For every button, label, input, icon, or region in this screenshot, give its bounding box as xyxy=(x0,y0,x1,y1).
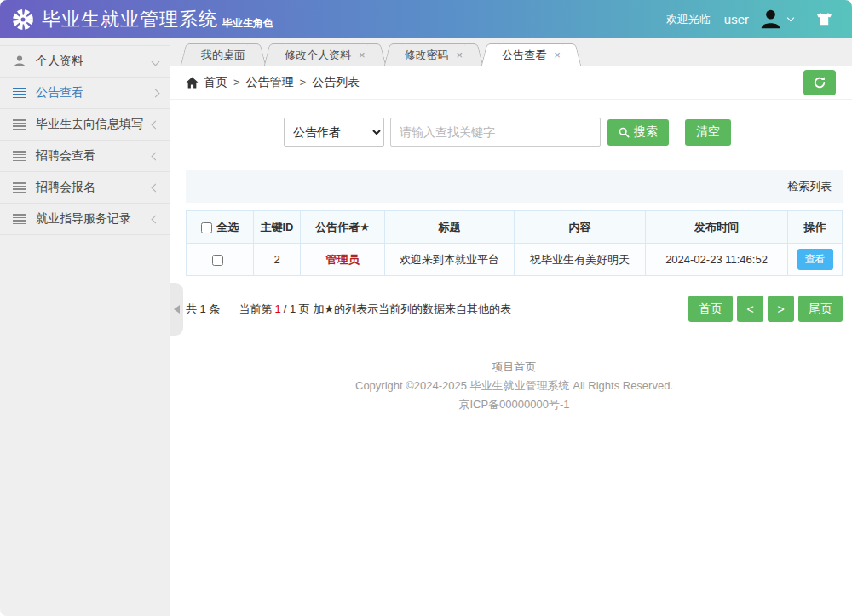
sidebar-item-label: 毕业生去向信息填写 xyxy=(36,117,153,132)
list-icon xyxy=(13,151,28,161)
search-input[interactable] xyxy=(390,118,601,147)
column-header-id: 主键ID xyxy=(254,211,301,244)
breadcrumb-current: 公告列表 xyxy=(312,75,360,90)
footer-copyright: Copyright ©2024-2025 毕业生就业管理系统 All Right… xyxy=(186,377,843,395)
breadcrumb: 首页 > 公告管理 > 公告列表 xyxy=(170,66,852,100)
close-icon[interactable]: × xyxy=(554,49,561,61)
main-panel: 我的桌面 修改个人资料× 修改密码× 公告查看× xyxy=(170,38,852,616)
user-icon xyxy=(13,55,28,68)
clear-button[interactable]: 清空 xyxy=(685,119,731,146)
current-page-prefix: 当前第 xyxy=(239,302,272,315)
breadcrumb-home[interactable]: 首页 xyxy=(204,75,227,90)
tshirt-icon[interactable] xyxy=(815,12,833,26)
home-icon xyxy=(186,77,199,89)
page-footer: 项目首页 Copyright ©2024-2025 毕业生就业管理系统 All … xyxy=(186,358,843,414)
announcement-table: 全选 主键ID 公告作者★ 标题 内容 发布时间 操作 xyxy=(186,210,843,276)
list-icon xyxy=(13,214,28,224)
table-row: 2 管理员 欢迎来到本就业平台 祝毕业生有美好明天 2024-02-23 11:… xyxy=(187,244,843,276)
tab-label: 修改密码 xyxy=(405,49,449,61)
last-page-button[interactable]: 尾页 xyxy=(798,296,843,322)
footer-icp: 京ICP备00000000号-1 xyxy=(186,395,843,414)
pagination-buttons: 首页 < > 尾页 xyxy=(688,296,843,322)
sidebar: 个人资料 公告查看 毕业生去向信息填写 招聘会查看 xyxy=(0,38,170,616)
collapse-left-icon xyxy=(174,305,180,314)
breadcrumb-section[interactable]: 公告管理 xyxy=(246,75,294,90)
view-button[interactable]: 查看 xyxy=(797,249,833,270)
gear-icon xyxy=(12,9,34,31)
content-area: 公告作者 搜索 清空 检索列表 xyxy=(170,100,852,414)
current-page-suffix: / 1 页 xyxy=(284,302,310,315)
column-header: 全选 xyxy=(216,221,239,233)
tab-edit-profile[interactable]: 修改个人资料× xyxy=(273,43,377,66)
app-window: 毕业生就业管理系统 毕业生角色 欢迎光临 user xyxy=(0,0,852,616)
prev-page-button[interactable]: < xyxy=(737,296,763,322)
sidebar-item-announcements[interactable]: 公告查看 xyxy=(0,78,170,109)
column-header-title: 标题 xyxy=(385,211,515,244)
list-icon xyxy=(13,88,28,98)
welcome-text: 欢迎光临 xyxy=(666,12,711,27)
select-all-checkbox[interactable] xyxy=(201,222,212,233)
total-count: 共 1 条 xyxy=(186,302,220,315)
breadcrumb-separator: > xyxy=(300,76,307,89)
sidebar-item-label: 个人资料 xyxy=(36,54,153,69)
sidebar-item-profile[interactable]: 个人资料 xyxy=(0,46,170,78)
sidebar-item-guidance-records[interactable]: 就业指导服务记录 xyxy=(0,204,170,235)
chevron-left-icon xyxy=(152,215,160,223)
brand: 毕业生就业管理系统 毕业生角色 xyxy=(12,7,273,32)
row-content: 祝毕业生有美好明天 xyxy=(515,244,646,276)
chevron-right-icon xyxy=(152,89,160,97)
row-author: 管理员 xyxy=(301,244,385,276)
search-icon xyxy=(619,127,630,138)
refresh-button[interactable] xyxy=(803,70,836,95)
search-button-label: 搜索 xyxy=(634,124,658,140)
refresh-icon xyxy=(813,76,826,89)
sidebar-item-label: 招聘会查看 xyxy=(36,148,153,164)
close-icon[interactable]: × xyxy=(457,49,463,61)
tab-bar: 我的桌面 修改个人资料× 修改密码× 公告查看× xyxy=(170,38,852,66)
list-icon xyxy=(13,182,28,193)
row-checkbox[interactable] xyxy=(212,255,223,266)
footer-home-link[interactable]: 项目首页 xyxy=(186,358,843,377)
tab-my-desktop[interactable]: 我的桌面 xyxy=(190,43,256,66)
next-page-button[interactable]: > xyxy=(768,296,794,322)
sidebar-item-label: 招聘会报名 xyxy=(36,180,153,195)
column-header-actions: 操作 xyxy=(788,211,843,244)
pagination-info: 共 1 条当前第1/ 1 页 加★的列表示当前列的数据来自其他的表 xyxy=(186,302,511,317)
select-all-cell: 全选 xyxy=(187,211,254,244)
tab-label: 修改个人资料 xyxy=(285,49,351,61)
row-actions: 查看 xyxy=(788,244,843,276)
sidebar-item-jobfair-signup[interactable]: 招聘会报名 xyxy=(0,172,170,204)
search-form: 公告作者 搜索 清空 xyxy=(284,118,843,147)
chevron-down-icon xyxy=(152,57,160,66)
tab-label: 公告查看 xyxy=(502,49,546,61)
table-header-row: 全选 主键ID 公告作者★ 标题 内容 发布时间 操作 xyxy=(187,211,843,244)
close-icon[interactable]: × xyxy=(359,49,366,61)
list-panel-title: 检索列表 xyxy=(787,179,832,194)
chevron-down-icon[interactable] xyxy=(787,14,794,21)
user-area: 欢迎光临 user xyxy=(666,8,833,31)
row-select-cell xyxy=(187,244,254,276)
current-page-number: 1 xyxy=(274,302,280,315)
tab-change-password[interactable]: 修改密码× xyxy=(394,43,475,66)
search-field-select[interactable]: 公告作者 xyxy=(284,118,384,147)
row-published: 2024-02-23 11:46:52 xyxy=(646,244,788,276)
sidebar-menu: 个人资料 公告查看 毕业生去向信息填写 招聘会查看 xyxy=(0,45,170,235)
row-id: 2 xyxy=(254,244,301,276)
tab-announcements[interactable]: 公告查看× xyxy=(491,43,572,66)
sidebar-item-jobfair-view[interactable]: 招聘会查看 xyxy=(0,141,170,172)
list-icon xyxy=(13,119,28,130)
chevron-left-icon xyxy=(152,152,160,160)
sidebar-collapse-handle[interactable] xyxy=(170,283,183,336)
chevron-left-icon xyxy=(152,120,160,129)
chevron-left-icon xyxy=(152,183,160,192)
avatar-icon[interactable] xyxy=(759,8,782,31)
search-button[interactable]: 搜索 xyxy=(607,119,669,146)
app-header: 毕业生就业管理系统 毕业生角色 欢迎光临 user xyxy=(0,0,852,38)
sidebar-item-label: 就业指导服务记录 xyxy=(36,211,153,227)
sidebar-item-graduate-destination[interactable]: 毕业生去向信息填写 xyxy=(0,109,170,141)
clear-button-label: 清空 xyxy=(696,124,720,140)
column-header-published: 发布时间 xyxy=(646,211,788,244)
column-header-author: 公告作者★ xyxy=(301,211,385,244)
first-page-button[interactable]: 首页 xyxy=(688,296,733,322)
username[interactable]: user xyxy=(724,12,749,26)
